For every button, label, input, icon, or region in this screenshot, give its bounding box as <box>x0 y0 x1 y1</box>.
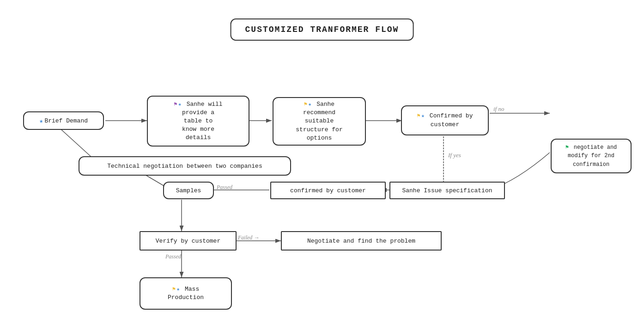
node-negotiate-problem: Negotiate and find the problem <box>281 231 442 251</box>
sanhe-spec-label: Sanhe Issue specification <box>402 187 492 194</box>
node-mass-production: ⚑ ★ Mass Production <box>140 277 232 310</box>
node-confirmed-customer2: confirmed by customer <box>270 182 386 199</box>
node-samples: Samples <box>163 182 214 199</box>
node-confirmed-customer: ⚑ ★ Confirmed by customer <box>401 105 489 135</box>
node-recommend: ⚑ ★ Sanhe recommend suitable structure f… <box>273 97 366 146</box>
node-sanhe-spec: Sanhe Issue specification <box>389 182 505 199</box>
brief-demand-label: Brief Demand <box>44 117 88 124</box>
diagram-container: CUSTOMIZED TRANFORMER FLOW <box>0 0 644 318</box>
label-if-yes: If yes <box>448 152 461 159</box>
samples-label: Samples <box>176 187 201 194</box>
negotiate-modify-label: negotiate and modify for 2nd confirmaion <box>568 144 617 167</box>
node-table-details: ⚑ ★ Sanhe will provide a table to know m… <box>147 96 249 147</box>
table-details-label: Sanhe will provide a table to know more … <box>182 101 223 141</box>
diagram-title: CUSTOMIZED TRANFORMER FLOW <box>231 18 414 41</box>
node-brief-demand: ★ Brief Demand <box>23 111 104 130</box>
label-failed: Failed → <box>238 234 259 241</box>
label-if-no: if no <box>493 105 504 113</box>
node-negotiate-modify: ⚑ negotiate and modify for 2nd confirmai… <box>551 139 632 173</box>
confirmed-customer2-label: confirmed by customer <box>290 187 366 194</box>
confirmed-customer-label: Confirmed by customer <box>430 112 473 128</box>
technical-neg-label: Technical negotiation between two compan… <box>107 163 262 170</box>
node-verify-customer: Verify by customer <box>140 231 237 251</box>
verify-customer-label: Verify by customer <box>156 238 220 245</box>
node-technical-neg: Technical negotiation between two compan… <box>79 156 291 176</box>
recommend-label: Sanhe recommend suitable structure for o… <box>296 101 342 141</box>
negotiate-problem-label: Negotiate and find the problem <box>307 238 415 245</box>
label-passed2: Passed <box>165 253 181 260</box>
